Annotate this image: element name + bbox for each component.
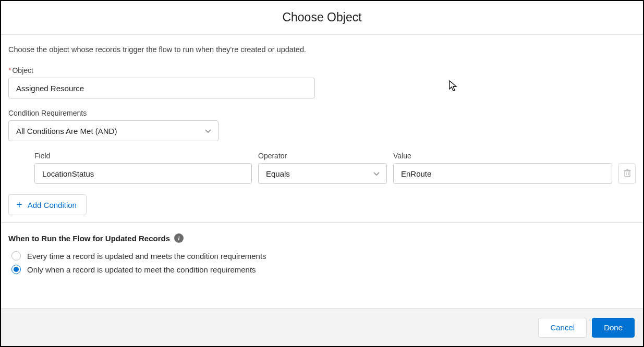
object-form-group: *Object bbox=[8, 66, 636, 98]
add-condition-button[interactable]: + Add Condition bbox=[8, 194, 87, 215]
operator-select[interactable]: Equals bbox=[258, 163, 387, 184]
object-input[interactable] bbox=[8, 78, 315, 98]
svg-rect-0 bbox=[625, 171, 630, 177]
divider bbox=[1, 222, 643, 223]
modal-footer: Cancel Done bbox=[1, 308, 643, 346]
operator-value: Equals bbox=[266, 169, 290, 178]
done-button[interactable]: Done bbox=[592, 318, 635, 338]
page-title: Choose Object bbox=[1, 10, 643, 24]
condition-requirements-select-wrapper: All Conditions Are Met (AND) bbox=[8, 120, 218, 141]
when-to-run-title: When to Run the Flow for Updated Records bbox=[8, 234, 170, 243]
when-to-run-section: When to Run the Flow for Updated Records… bbox=[8, 233, 636, 274]
plus-icon: + bbox=[16, 200, 22, 210]
radio-circle bbox=[11, 251, 21, 261]
field-input[interactable] bbox=[34, 163, 252, 184]
add-condition-label: Add Condition bbox=[28, 201, 77, 209]
object-label: *Object bbox=[8, 66, 636, 75]
condition-row: Field Operator Equals Value bbox=[34, 152, 636, 184]
condition-requirements-label: Condition Requirements bbox=[8, 109, 636, 117]
radio-circle-selected bbox=[11, 265, 21, 274]
radio-label-every-time: Every time a record is updated and meets… bbox=[27, 252, 266, 261]
operator-select-wrapper: Equals bbox=[258, 163, 387, 184]
condition-requirements-group: Condition Requirements All Conditions Ar… bbox=[8, 109, 636, 141]
radio-dot bbox=[14, 267, 19, 272]
required-asterisk: * bbox=[8, 66, 11, 75]
field-col: Field bbox=[34, 152, 252, 184]
object-label-text: Object bbox=[12, 66, 33, 75]
when-to-run-title-row: When to Run the Flow for Updated Records… bbox=[8, 233, 184, 243]
modal-header: Choose Object bbox=[1, 1, 643, 35]
delete-condition-button[interactable] bbox=[618, 163, 636, 184]
modal-content: Choose the object whose records trigger … bbox=[1, 35, 643, 289]
cancel-button[interactable]: Cancel bbox=[538, 318, 587, 338]
operator-col-label: Operator bbox=[258, 152, 387, 160]
condition-requirements-select[interactable]: All Conditions Are Met (AND) bbox=[8, 120, 218, 141]
operator-col: Operator Equals bbox=[258, 152, 387, 184]
value-input[interactable] bbox=[393, 163, 612, 184]
radio-option-every-time[interactable]: Every time a record is updated and meets… bbox=[8, 251, 636, 261]
radio-option-only-when[interactable]: Only when a record is updated to meet th… bbox=[8, 265, 636, 274]
condition-requirements-value: All Conditions Are Met (AND) bbox=[16, 127, 117, 135]
info-icon[interactable]: i bbox=[174, 233, 184, 243]
radio-label-only-when: Only when a record is updated to meet th… bbox=[27, 265, 256, 274]
field-col-label: Field bbox=[34, 152, 252, 160]
trash-icon bbox=[624, 169, 631, 179]
value-col-label: Value bbox=[393, 152, 612, 160]
value-col: Value bbox=[393, 152, 612, 184]
description-text: Choose the object whose records trigger … bbox=[8, 45, 636, 54]
conditions-area: Field Operator Equals Value bbox=[8, 152, 636, 184]
